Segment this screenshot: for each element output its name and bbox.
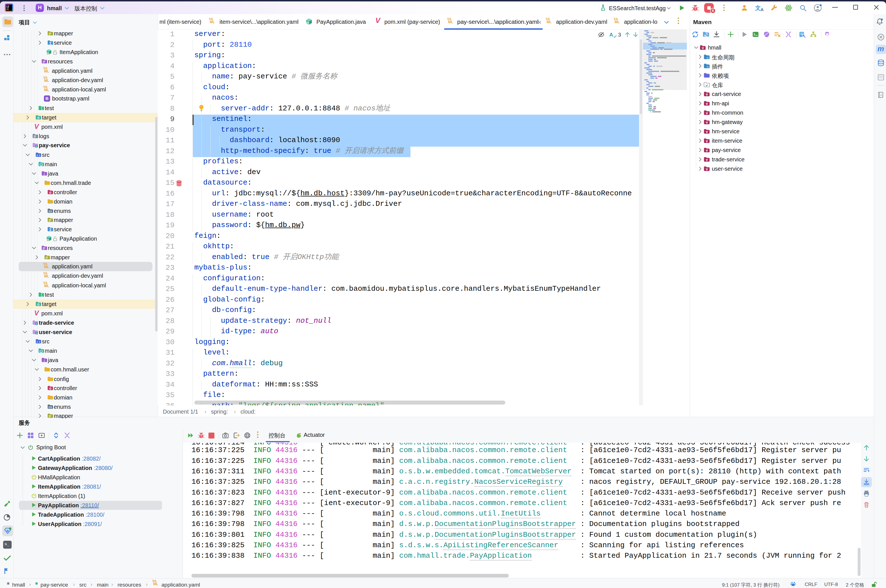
- svg-text:A: A: [880, 94, 882, 96]
